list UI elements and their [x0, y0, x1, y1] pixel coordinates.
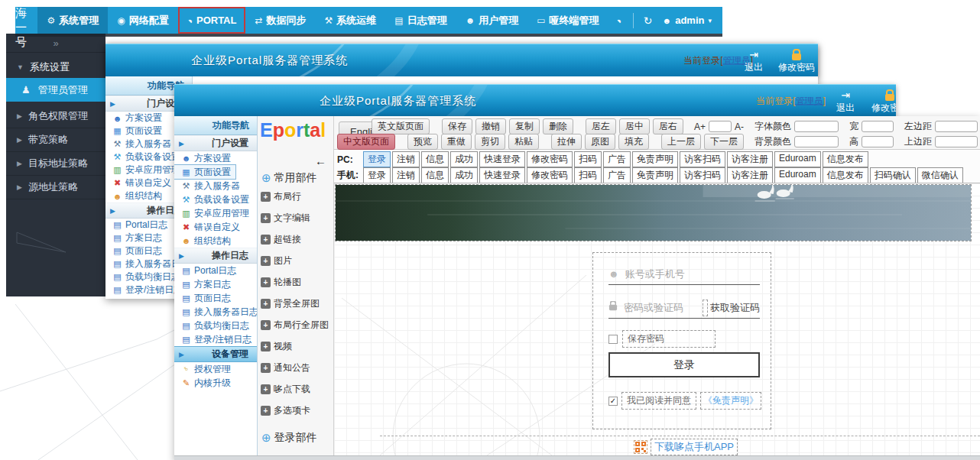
page-tab[interactable]: 成功 — [450, 167, 478, 183]
nav-section-portal-settings[interactable]: ▶ 门户设置 — [174, 135, 257, 151]
font-color-input[interactable] — [794, 121, 839, 132]
page-tab[interactable]: 访客注册 — [727, 167, 773, 183]
page-tab[interactable]: 广告 — [603, 167, 631, 183]
nav-item[interactable]: ▥ 安卓应用管理 — [174, 206, 257, 220]
widget-item[interactable]: + 视频 — [261, 341, 332, 352]
sidebar-group-system-settings[interactable]: ▼ 系统设置 — [6, 56, 105, 78]
admin-menu[interactable]: ☻ admin ▾ — [663, 15, 712, 26]
save-password-checkbox[interactable] — [608, 335, 618, 344]
fit-button[interactable]: 拉伸 — [551, 134, 582, 150]
page-tab[interactable]: 信息 — [421, 167, 449, 183]
toolbar-button[interactable]: 撤销 — [475, 118, 506, 134]
align-button[interactable]: 居中 — [619, 118, 650, 134]
top-menu-item[interactable]: ☻ 用户管理 — [456, 7, 528, 34]
page-tab[interactable]: 登录 — [363, 151, 391, 167]
nav-item[interactable]: ✎ 内核升级 — [174, 376, 257, 390]
nav-item[interactable]: ▤ 负载均衡日志 — [174, 319, 257, 332]
page-tab[interactable]: 登录 — [363, 167, 391, 183]
nav-item[interactable]: ▤ 页面日志 — [174, 291, 257, 305]
widget-item[interactable]: + 通知公告 — [261, 362, 332, 374]
top-menu-item[interactable]: ⚙ 系统管理 — [37, 7, 108, 34]
page-tab[interactable]: 访客注册 — [727, 151, 773, 167]
nav-item[interactable]: ☻ 方案设置 — [174, 151, 257, 165]
toolbar-button[interactable]: 删除 — [543, 118, 573, 134]
login-widgets-header[interactable]: ⊕ 登录部件 — [261, 431, 317, 445]
page-tab[interactable]: 广告 — [603, 151, 631, 167]
login-user-link[interactable]: 管理员 — [796, 95, 823, 105]
top-menu-item[interactable]: ⚒ 系统运维 — [316, 7, 386, 34]
page-tab[interactable]: 信息 — [421, 151, 449, 167]
widget-item[interactable]: + 多选项卡 — [261, 405, 332, 416]
top-menu-item[interactable]: ⇄ 数据同步 — [245, 7, 315, 34]
english-page-button[interactable]: 英文版页面 — [372, 118, 430, 134]
nav-item[interactable]: ▦ 页面设置 — [174, 165, 235, 179]
layer-up-button[interactable]: 上一层 — [661, 134, 701, 150]
toolbar-button[interactable]: 复制 — [509, 118, 540, 134]
align-button[interactable]: 居右 — [653, 118, 683, 134]
change-password-button[interactable]: 修改密码 — [870, 88, 896, 115]
fit-button[interactable]: 原图 — [585, 134, 615, 150]
agree-text[interactable]: 我已阅读并同意 — [621, 392, 696, 410]
login-form-widget[interactable]: ☻ 账号或手机号 密码或验证码 获取验证码 保存密码 登录 — [592, 252, 771, 429]
sidebar-group-item[interactable]: ▶ 目标地址策略 — [6, 152, 105, 176]
page-tab[interactable]: 修改密码 — [527, 151, 573, 167]
bg-color-input[interactable] — [794, 136, 839, 147]
align-button[interactable]: 居左 — [586, 118, 616, 134]
toolbar-button[interactable]: 剪切 — [475, 134, 505, 150]
font-minus-label[interactable]: A- — [735, 121, 744, 132]
nav-item[interactable]: ⚒ 负载设备设置 — [174, 193, 257, 206]
divider-handle[interactable] — [703, 300, 708, 316]
page-tab[interactable]: 访客扫码 — [680, 151, 725, 167]
page-tab[interactable]: Eduroam — [774, 167, 821, 183]
qr-code-icon[interactable] — [634, 440, 647, 454]
nav-item[interactable]: ✖ 错误自定义 — [174, 220, 257, 234]
toolbar-button[interactable]: 预览 — [407, 134, 438, 150]
download-app-link[interactable]: 下载哆点手机APP — [651, 439, 738, 455]
page-tab[interactable]: 修改密码 — [527, 167, 573, 183]
nav-item[interactable]: ⚒ 接入服务器 — [174, 179, 257, 193]
nav-item[interactable]: ♀ 授权管理 — [174, 362, 257, 376]
page-tab[interactable]: 扫码确认 — [870, 167, 916, 183]
sidebar-group-item[interactable]: ▶ 角色权限管理 — [6, 105, 105, 128]
change-password-button[interactable]: 修改密码 — [777, 47, 816, 74]
save-password-label[interactable]: 保存密码 — [622, 330, 716, 348]
widget-item[interactable]: + 超链接 — [261, 234, 332, 245]
nav-section-operation-log[interactable]: ▶ 操作日志 — [174, 248, 257, 264]
nav-item[interactable]: ▤ 登录/注销日志 — [174, 332, 257, 346]
page-tab[interactable]: 信息发布 — [823, 167, 868, 183]
chinese-page-button[interactable]: 中文版页面 — [337, 134, 395, 150]
agree-checkbox[interactable]: ✓ — [608, 397, 618, 406]
collapse-panel-arrow-icon[interactable]: ← — [315, 154, 326, 167]
refresh-icon[interactable]: ↻ — [644, 15, 653, 27]
page-tab[interactable]: 免责声明 — [632, 151, 678, 167]
top-menu-item[interactable]: ◗ PORTAL — [178, 7, 246, 34]
widget-item[interactable]: + 背景全屏图 — [261, 298, 332, 309]
sidebar-group-item[interactable]: ▶ 带宽策略 — [6, 128, 105, 152]
widget-item[interactable]: + 哆点下载 — [261, 384, 332, 395]
top-menu-item[interactable]: ▭ 哑终端管理 — [527, 7, 608, 34]
margin-top-input[interactable] — [935, 136, 978, 147]
top-menu-item[interactable]: ◉ 网络配置 — [108, 7, 177, 34]
height-input[interactable] — [862, 136, 894, 147]
page-tab[interactable]: 注销 — [392, 151, 420, 167]
font-size-input[interactable] — [709, 121, 732, 132]
banner-image[interactable] — [335, 184, 972, 241]
page-tab[interactable]: 注销 — [392, 167, 420, 183]
top-menu-item[interactable]: ◗ — [608, 7, 633, 34]
width-input[interactable] — [862, 121, 894, 132]
nav-item[interactable]: ▤ 方案日志 — [174, 277, 257, 291]
nav-section-device-management[interactable]: ▶ 设备管理 — [174, 346, 257, 362]
nav-item[interactable]: ▤ Portal日志 — [174, 264, 257, 277]
toolbar-button[interactable]: 粘贴 — [508, 134, 539, 150]
sidebar-item-admin-management[interactable]: ♟ 管理员管理 — [6, 78, 109, 102]
widget-item[interactable]: + 图片 — [261, 255, 332, 267]
layer-down-button[interactable]: 下一层 — [704, 134, 744, 150]
page-tab[interactable]: 快速登录 — [479, 167, 525, 183]
font-plus-label[interactable]: A+ — [694, 121, 706, 132]
get-code-button[interactable]: 获取验证码 — [710, 301, 760, 315]
page-tab[interactable]: Eduroam — [774, 151, 821, 167]
logout-button[interactable]: ⇥ 退出 — [826, 88, 865, 115]
common-widgets-header[interactable]: ⊕ 常用部件 — [261, 171, 317, 185]
nav-item[interactable]: ▤ 接入服务器日志 — [174, 305, 257, 319]
disclaimer-link[interactable]: 《免责声明》 — [700, 392, 761, 410]
